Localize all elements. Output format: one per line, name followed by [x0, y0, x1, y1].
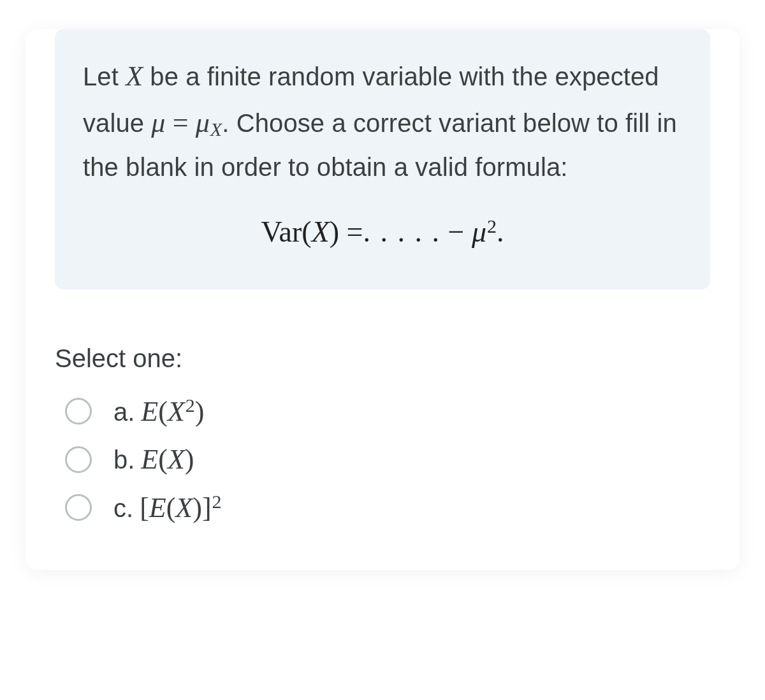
math-rbracket: ]: [202, 492, 212, 523]
select-one-label: Select one:: [55, 344, 710, 373]
math-period: .: [497, 215, 504, 248]
option-c-math: [E(X)]2: [140, 491, 221, 524]
option-b-label: b. E(X): [113, 443, 194, 476]
math-mu: μ: [472, 215, 486, 248]
math-sq: 2: [186, 395, 195, 416]
math-X: X: [168, 396, 185, 427]
option-a[interactable]: a. E(X2): [55, 387, 710, 435]
math-close-paren: ): [330, 215, 339, 248]
option-c[interactable]: c. [E(X)]2: [55, 483, 710, 532]
radio-icon[interactable]: [65, 494, 92, 521]
formula-display: Var(X) =. . . . . − μ2.: [83, 215, 682, 249]
math-equals: =: [166, 107, 196, 138]
radio-icon[interactable]: [65, 446, 92, 473]
option-letter: c.: [113, 494, 133, 523]
math-minus: −: [441, 215, 472, 248]
math-variable-x: X: [312, 215, 330, 248]
math-close: ): [195, 396, 205, 427]
text-fragment: Let: [83, 62, 126, 91]
math-E: E: [141, 444, 158, 475]
question-stem-box: Let X be a finite random variable with t…: [55, 29, 710, 289]
math-sq: 2: [212, 491, 222, 512]
option-letter: b.: [113, 446, 135, 474]
question-card: Let X be a finite random variable with t…: [26, 29, 740, 570]
math-close: ): [185, 444, 194, 475]
math-open: (: [158, 396, 168, 427]
option-b[interactable]: b. E(X): [55, 435, 710, 483]
option-a-label: a. E(X2): [113, 395, 204, 428]
option-b-math: E(X): [141, 443, 194, 476]
answer-block: Select one: a. E(X2) b. E(X): [55, 344, 710, 532]
option-c-label: c. [E(X)]2: [113, 491, 222, 524]
option-letter: a.: [113, 398, 135, 427]
math-equals: =: [339, 215, 363, 248]
math-variable-x: X: [126, 61, 143, 92]
question-text: Let X be a finite random variable with t…: [83, 54, 682, 188]
option-a-math: E(X2): [141, 395, 204, 428]
math-E: E: [149, 492, 166, 523]
math-mu-sub: μ: [196, 107, 210, 138]
math-open: (: [158, 444, 168, 475]
math-mu: μ: [151, 107, 165, 138]
math-var-op: Var: [261, 215, 302, 248]
math-X: X: [168, 444, 185, 475]
math-lbracket: [: [140, 492, 149, 523]
math-open-paren: (: [302, 215, 311, 248]
math-blank-dots: . . . . .: [363, 215, 441, 248]
math-X: X: [175, 492, 193, 523]
math-open: (: [166, 492, 176, 523]
math-E: E: [141, 396, 158, 427]
radio-icon[interactable]: [65, 398, 92, 425]
math-close: ): [193, 492, 202, 523]
math-sq: 2: [487, 215, 497, 237]
options-list: a. E(X2) b. E(X) c.: [55, 387, 710, 532]
math-subscript-x: X: [210, 119, 222, 140]
